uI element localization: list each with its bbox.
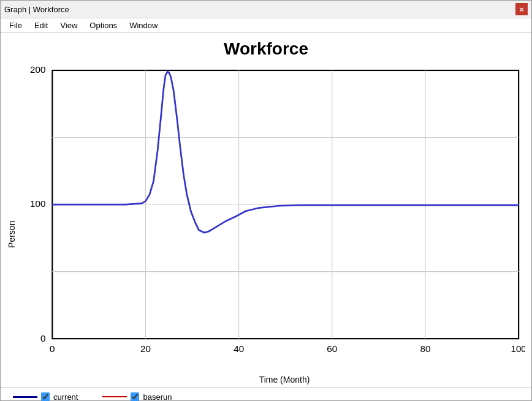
svg-text:60: 60 xyxy=(327,343,337,354)
svg-text:40: 40 xyxy=(234,343,244,354)
svg-text:20: 20 xyxy=(140,343,151,354)
y-axis-label: Person xyxy=(7,64,17,387)
chart-plot-area: 200 100 0 0 20 40 60 80 100 xyxy=(19,64,525,372)
x-axis-label: Time (Month) xyxy=(19,372,525,387)
legend-baserun: baserun xyxy=(102,392,172,401)
chart-title: Workforce xyxy=(7,39,525,59)
menu-file[interactable]: File xyxy=(3,20,28,31)
legend-current-checkbox[interactable] xyxy=(41,392,50,401)
svg-text:200: 200 xyxy=(30,64,45,75)
chart-container: Person xyxy=(7,64,525,387)
legend-current-line xyxy=(13,396,37,398)
legend-area: current baserun xyxy=(1,387,531,401)
title-bar: Graph | Workforce × xyxy=(1,1,531,18)
close-button[interactable]: × xyxy=(515,3,528,15)
chart-with-axes: 200 100 0 0 20 40 60 80 100 xyxy=(19,64,525,387)
svg-text:100: 100 xyxy=(30,198,45,209)
chart-area: Workforce Person xyxy=(1,33,531,387)
legend-current-label: current xyxy=(53,392,78,401)
legend-baserun-line xyxy=(102,396,127,397)
menu-bar: File Edit View Options Window xyxy=(1,18,531,33)
menu-edit[interactable]: Edit xyxy=(28,20,54,31)
legend-baserun-checkbox[interactable] xyxy=(131,392,139,401)
legend-current: current xyxy=(13,392,78,401)
window-title: Graph | Workforce xyxy=(4,5,69,14)
menu-options[interactable]: Options xyxy=(83,20,123,31)
chart-svg: 200 100 0 0 20 40 60 80 100 xyxy=(19,64,525,372)
svg-text:0: 0 xyxy=(40,332,45,343)
menu-view[interactable]: View xyxy=(54,20,83,31)
legend-baserun-label: baserun xyxy=(143,392,172,401)
svg-text:80: 80 xyxy=(420,343,431,354)
svg-text:100: 100 xyxy=(511,343,525,354)
main-window: Graph | Workforce × File Edit View Optio… xyxy=(0,0,532,401)
menu-window[interactable]: Window xyxy=(123,20,164,31)
svg-text:0: 0 xyxy=(50,343,55,354)
